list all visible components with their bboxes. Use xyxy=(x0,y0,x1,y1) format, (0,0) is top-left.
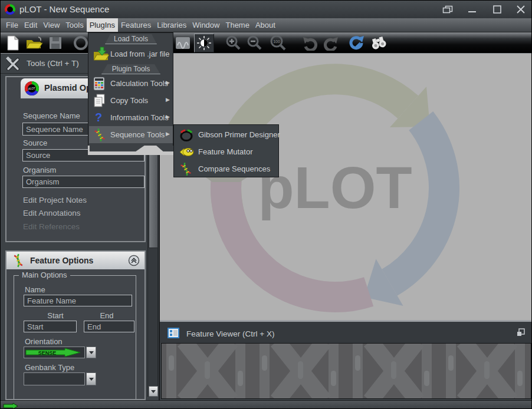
menu-item-sequence-tools[interactable]: Sequence Tools ▶ xyxy=(89,126,173,143)
menu-item-information-tools[interactable]: ? Information Tools ▶ xyxy=(89,109,173,126)
genbank-type-field[interactable] xyxy=(24,372,85,385)
start-input[interactable] xyxy=(24,321,77,332)
menu-edit[interactable]: Edit xyxy=(21,18,40,32)
scroll-down-arrow-icon xyxy=(151,390,156,393)
restore-panel-button[interactable] xyxy=(516,328,526,339)
redo-icon xyxy=(323,35,339,51)
zoom-in-icon xyxy=(225,35,242,51)
collapse-chevrons-icon xyxy=(128,255,140,266)
plasmid-ring-icon xyxy=(179,128,194,142)
end-input[interactable] xyxy=(84,321,134,332)
tools-hammer-wrench-icon xyxy=(5,57,21,72)
redo-button[interactable] xyxy=(321,34,341,52)
save-icon xyxy=(48,36,63,50)
window-title: pLOT - New Sequence xyxy=(19,4,109,14)
zoom-100-button[interactable]: 100 xyxy=(268,34,288,52)
undo-icon xyxy=(302,35,318,51)
zoom-out-icon xyxy=(247,35,263,51)
edit-project-notes-link[interactable]: Edit Project Notes xyxy=(23,196,87,204)
menu-item-load-jar[interactable]: Load from .jar file xyxy=(89,45,173,63)
genbank-type-label: Genbank Type xyxy=(25,363,74,372)
feature-viewer-content[interactable] xyxy=(161,343,531,399)
dna-icon xyxy=(11,253,25,268)
menu-libraries[interactable]: Libraries xyxy=(154,18,189,32)
close-icon xyxy=(516,5,526,14)
zoom-out-button[interactable] xyxy=(245,34,265,52)
menu-file[interactable]: File xyxy=(3,18,21,32)
minimize-button[interactable] xyxy=(465,5,480,14)
orientation-value-field[interactable]: SENSE xyxy=(24,347,85,358)
menu-about[interactable]: About xyxy=(252,18,278,32)
menu-theme[interactable]: Theme xyxy=(222,18,252,32)
tools-header-label: Tools (Ctrl + T) xyxy=(27,59,79,68)
end-label: End xyxy=(92,311,121,320)
submenu-arrow-icon: ▶ xyxy=(166,80,170,85)
open-file-button[interactable] xyxy=(24,34,44,52)
feature-viewer-header[interactable]: Feature Viewer (Ctrl + X) xyxy=(160,320,532,343)
status-bar xyxy=(1,400,532,409)
refresh-button[interactable] xyxy=(346,34,366,52)
plasmid-canvas[interactable]: pLOT xyxy=(160,54,532,320)
new-file-icon xyxy=(6,35,20,51)
find-button[interactable] xyxy=(369,34,389,52)
submenu-item-compare-sequences[interactable]: Compare Sequences xyxy=(175,160,278,177)
genbank-dropdown-button[interactable] xyxy=(86,372,96,385)
new-file-button[interactable] xyxy=(3,34,23,52)
refresh-icon xyxy=(348,35,364,51)
edit-references-link: Edit References xyxy=(23,222,80,231)
scrollbar-down-button[interactable] xyxy=(149,386,158,397)
submenu-arrow-icon: ▶ xyxy=(166,114,170,120)
organism-input[interactable] xyxy=(22,176,145,188)
submenu-item-gibson-primer-designer[interactable]: Gibson Primer Designer xyxy=(175,126,278,143)
dropdown-arrow-icon xyxy=(89,378,94,381)
feature-viewer-title: Feature Viewer (Ctrl + X) xyxy=(186,329,274,338)
start-label: Start xyxy=(38,311,73,320)
close-button[interactable] xyxy=(514,5,528,14)
cascade-windows-button[interactable] xyxy=(441,5,455,14)
fish-icon xyxy=(179,146,194,158)
menu-tools[interactable]: Tools xyxy=(63,18,86,32)
contrast-button[interactable] xyxy=(194,34,214,52)
collapse-panel-button[interactable] xyxy=(128,255,140,269)
restore-panel-icon xyxy=(516,328,526,337)
submenu-arrow-icon: ▶ xyxy=(166,97,170,103)
feature-options-title: Feature Options xyxy=(30,256,93,265)
feature-name-input[interactable] xyxy=(24,295,132,306)
plugin-tools-section-header: Plugin Tools xyxy=(101,64,160,74)
plugins-menu-bottom-edge xyxy=(88,146,173,155)
source-label: Source xyxy=(23,138,47,147)
menu-item-calculation-tools[interactable]: Calculation Tools ▶ xyxy=(89,75,173,92)
undo-button[interactable] xyxy=(300,34,320,52)
organism-label: Organism xyxy=(23,166,56,174)
sense-arrow-icon: SENSE xyxy=(25,348,84,357)
feature-options-header[interactable]: Feature Options xyxy=(6,252,145,269)
save-file-button[interactable] xyxy=(45,34,65,52)
maximize-button[interactable] xyxy=(490,5,504,14)
zoom-100-icon: 100 xyxy=(270,34,287,52)
load-tools-section-header: Load Tools xyxy=(105,34,157,44)
menu-plugins[interactable]: PlugIns xyxy=(87,18,118,32)
sequence-name-label: Sequence Name xyxy=(23,111,80,120)
maximize-icon xyxy=(492,5,502,14)
menu-window[interactable]: Window xyxy=(189,18,222,32)
app-logo-icon xyxy=(4,4,16,15)
zoom-in-button[interactable] xyxy=(224,34,244,52)
plot-watermark: pLOT xyxy=(160,54,532,320)
submenu-item-feature-mutator[interactable]: Feature Mutator xyxy=(175,143,278,160)
loop-icon xyxy=(73,35,89,51)
menu-item-copy-tools[interactable]: Copy Tools ▶ xyxy=(89,92,173,109)
title-bar: pLOT - New Sequence xyxy=(1,1,532,18)
dna-pattern-watermark xyxy=(162,344,531,398)
edit-annotations-link[interactable]: Edit Annotations xyxy=(23,209,81,217)
feature-viewer-icon xyxy=(168,328,179,338)
trace-viewer-button[interactable] xyxy=(173,34,193,52)
load-jar-icon xyxy=(93,47,109,62)
orientation-dropdown-button[interactable] xyxy=(86,347,96,358)
dna-icon xyxy=(93,128,107,142)
main-options-legend: Main Options xyxy=(19,271,70,279)
plot-logo-icon: pLOT xyxy=(24,81,40,96)
dna-icon xyxy=(179,162,193,176)
menu-view[interactable]: View xyxy=(40,18,63,32)
menu-features[interactable]: Features xyxy=(118,18,154,32)
svg-text:100: 100 xyxy=(273,39,280,44)
